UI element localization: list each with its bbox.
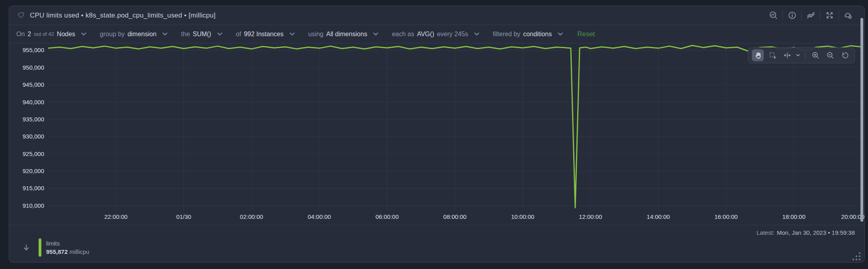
reset-button[interactable]: Reset xyxy=(577,30,595,38)
controls-bar: On2out of 42Nodesgroup bydimensiontheSUM… xyxy=(9,25,864,43)
control-text: filtered by xyxy=(493,31,520,38)
x-axis-tick-label: 22:00:00 xyxy=(104,213,127,220)
zoom-in-button[interactable] xyxy=(810,49,821,61)
reset-zoom-button[interactable] xyxy=(839,49,851,61)
legend-value-row: 955,872 millicpu xyxy=(46,248,89,256)
control-text: of xyxy=(236,31,241,38)
horizontal-zoom-icon xyxy=(783,51,791,59)
control-text: group by xyxy=(100,31,125,38)
control-dropdown[interactable]: group bydimension xyxy=(100,31,168,38)
chart-title: CPU limits used • k8s_state.pod_cpu_limi… xyxy=(30,12,216,19)
chevron-down-icon xyxy=(216,31,223,37)
select-area-button[interactable] xyxy=(767,49,778,61)
zoom-out-icon xyxy=(826,51,834,59)
chart-plot-area[interactable] xyxy=(48,43,862,211)
y-axis-tick-label: 915,000 xyxy=(23,184,44,192)
sort-arrow-button[interactable] xyxy=(22,243,31,252)
y-axis-tick-label: 955,000 xyxy=(23,46,44,54)
hand-pan-icon xyxy=(754,52,762,59)
info-icon xyxy=(788,11,797,20)
expand-fullscreen-icon xyxy=(825,11,834,19)
resize-grip[interactable] xyxy=(852,252,861,261)
chevron-down-icon xyxy=(372,31,379,37)
y-axis-tick-label: 910,000 xyxy=(23,202,44,210)
control-text: using xyxy=(308,31,323,38)
x-axis-tick-label: 08:00:00 xyxy=(443,213,466,220)
x-axis-tick-label: 14:00:00 xyxy=(647,213,670,220)
x-axis-tick-label: 18:00:00 xyxy=(782,213,805,220)
chevron-down-icon xyxy=(473,31,480,37)
select-area-icon xyxy=(769,51,777,59)
chevron-down-icon xyxy=(80,31,87,37)
control-text: the xyxy=(181,31,190,38)
x-axis-tick-label: 02:00:00 xyxy=(240,213,263,220)
divider xyxy=(805,51,806,60)
control-text: On xyxy=(16,31,25,38)
y-axis-tick-label: 940,000 xyxy=(23,98,44,106)
latest-label: Latest: xyxy=(757,229,775,236)
chart-toolbar xyxy=(748,47,855,63)
title-bar: CPU limits used • k8s_state.pod_cpu_limi… xyxy=(9,6,864,25)
legend[interactable]: limits 955,872 millicpu xyxy=(22,238,89,257)
control-text: 2 xyxy=(27,31,31,38)
control-text: All dimensions xyxy=(326,31,367,38)
magnifier-chart-button[interactable] xyxy=(764,9,782,22)
chevron-down-icon xyxy=(162,31,168,37)
pan-button[interactable] xyxy=(752,49,764,61)
control-dropdown[interactable]: of992 Instances xyxy=(236,31,296,38)
chevron-down-icon xyxy=(289,31,296,37)
y-axis-tick-label: 945,000 xyxy=(23,81,44,89)
control-dropdown[interactable]: On2out of 42Nodes xyxy=(16,31,87,38)
control-dropdowns: On2out of 42Nodesgroup bydimensiontheSUM… xyxy=(16,31,564,38)
zoom-out-button[interactable] xyxy=(824,49,836,61)
legend-dimension-name: limits xyxy=(46,239,89,248)
control-text: each as xyxy=(392,31,414,38)
title-actions xyxy=(764,9,857,22)
chart-card: CPU limits used • k8s_state.pod_cpu_limi… xyxy=(9,6,865,263)
control-text: out of 42 xyxy=(34,31,54,37)
x-axis-tick-label: 04:00:00 xyxy=(307,213,331,220)
scrollbar-thumb[interactable] xyxy=(860,18,863,222)
arrow-down-icon xyxy=(22,243,31,252)
footer: Latest:Mon, Jan 30, 2023 • 19:59:38 limi… xyxy=(9,225,864,263)
x-axis-tick-label: 06:00:00 xyxy=(376,213,399,220)
chevron-down-icon xyxy=(557,31,564,37)
correlations-button[interactable] xyxy=(802,9,820,22)
control-text: 992 Instances xyxy=(244,31,284,38)
control-dropdown[interactable]: filtered byconditions xyxy=(493,31,564,38)
expand-button[interactable] xyxy=(820,9,839,22)
x-axis-tick-label: 01/30 xyxy=(176,213,191,220)
metric-correlations-icon xyxy=(806,11,815,20)
y-axis-tick-label: 935,000 xyxy=(23,115,44,123)
chart-widget-page: CPU limits used • k8s_state.pod_cpu_limi… xyxy=(0,0,868,269)
y-axis-labels: 955,000950,000945,000940,000935,000930,0… xyxy=(9,43,44,211)
control-text: SUM() xyxy=(193,31,211,38)
legend-value: 955,872 xyxy=(46,248,68,255)
y-axis-tick-label: 925,000 xyxy=(23,150,44,158)
legend-unit: millicpu xyxy=(69,248,89,255)
reset-zoom-icon xyxy=(841,51,849,59)
x-axis-labels: 22:00:0001/3002:00:0004:00:0006:00:0008:… xyxy=(48,211,862,225)
add-to-cloud-icon xyxy=(843,11,853,20)
control-text: Nodes xyxy=(57,31,75,38)
control-dropdown[interactable]: usingAll dimensions xyxy=(308,31,379,38)
chevron-down-icon[interactable] xyxy=(795,52,801,58)
magnifier-chart-icon xyxy=(769,11,778,20)
y-axis-tick-label: 950,000 xyxy=(23,64,44,72)
y-axis-tick-label: 930,000 xyxy=(23,133,44,140)
control-text: every 245s xyxy=(437,31,468,38)
legend-color-bar xyxy=(39,238,41,257)
latest-timestamp: Latest:Mon, Jan 30, 2023 • 19:59:38 xyxy=(757,229,855,236)
control-dropdown[interactable]: each asAVG()every 245s xyxy=(392,31,480,38)
y-axis-tick-label: 920,000 xyxy=(23,167,44,175)
drag-handle-icon[interactable] xyxy=(16,11,25,20)
x-axis-tick-label: 12:00:00 xyxy=(579,213,602,220)
info-button[interactable] xyxy=(783,9,801,22)
control-text: conditions xyxy=(523,31,552,38)
control-dropdown[interactable]: theSUM() xyxy=(181,31,223,38)
x-axis-tick-label: 16:00:00 xyxy=(714,213,738,220)
zoom-in-icon xyxy=(812,51,819,59)
horizontal-zoom-button[interactable] xyxy=(781,49,793,61)
add-to-cloud-button[interactable] xyxy=(839,9,857,22)
control-text: dimension xyxy=(127,31,156,38)
